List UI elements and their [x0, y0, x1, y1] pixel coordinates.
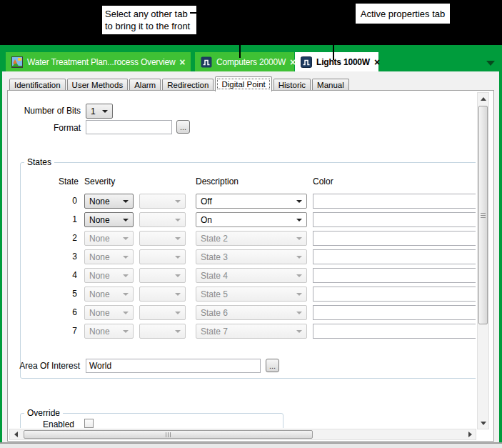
close-icon[interactable]: ×	[374, 57, 380, 67]
vertical-scrollbar[interactable]	[477, 92, 489, 429]
sub-severity-combobox	[139, 287, 186, 302]
tab-digital-point[interactable]: Digital Point	[215, 76, 271, 91]
scroll-up-button[interactable]	[478, 93, 488, 104]
color-input[interactable]	[313, 231, 476, 246]
document-tab-bar: Water Treatment Plan...rocess Overview ×…	[0, 45, 502, 71]
description-combobox[interactable]: Off	[196, 194, 307, 209]
description-combobox: State 3	[196, 249, 307, 264]
green-frame-left	[0, 71, 2, 442]
tab-manual[interactable]: Manual	[312, 79, 349, 90]
sub-severity-combobox	[139, 268, 186, 283]
format-input[interactable]	[86, 120, 172, 134]
chevron-down-icon	[175, 256, 181, 259]
enabled-label: Enabled	[22, 419, 74, 428]
sub-severity-combobox	[139, 231, 186, 246]
column-header-state: State	[54, 176, 79, 186]
area-of-interest-input[interactable]	[86, 359, 261, 373]
scroll-right-button[interactable]	[464, 429, 476, 439]
close-icon[interactable]: ×	[179, 57, 185, 67]
description-combobox: State 2	[196, 231, 307, 246]
state-number: 4	[54, 270, 77, 280]
color-input[interactable]	[313, 287, 476, 302]
description-combobox: State 5	[196, 287, 307, 302]
sub-severity-combobox	[139, 194, 186, 209]
callout-active-properties-tab: Active properties tab	[356, 4, 450, 24]
column-header-color: Color	[313, 176, 333, 186]
description-combobox[interactable]: On	[196, 212, 307, 227]
chevron-down-icon	[175, 312, 181, 314]
arrow-up-icon	[481, 97, 486, 101]
digital-point-page-content: Number of Bits 1 Format ... States State…	[8, 91, 476, 428]
color-input[interactable]	[313, 324, 476, 339]
tab-alarm[interactable]: Alarm	[129, 79, 161, 90]
chevron-down-icon	[296, 200, 302, 203]
callout-connector-line	[333, 24, 334, 60]
format-browse-button[interactable]: ...	[176, 120, 190, 134]
column-header-severity: Severity	[84, 176, 115, 186]
severity-combobox[interactable]: None	[84, 194, 134, 209]
description-combobox: State 6	[196, 305, 307, 320]
mimic-picture-icon	[11, 56, 23, 68]
chevron-down-icon	[123, 312, 129, 314]
chevron-down-icon	[123, 330, 129, 333]
tab-overflow-chevron-down-icon[interactable]	[486, 61, 495, 66]
state-number: 0	[54, 196, 77, 206]
state-number: 3	[54, 252, 77, 262]
horizontal-scrollbar-thumb[interactable]	[24, 430, 313, 439]
sub-severity-combobox	[139, 212, 186, 227]
severity-combobox[interactable]: None	[84, 212, 134, 227]
tab-user-methods[interactable]: User Methods	[67, 79, 129, 90]
severity-combobox: None	[84, 287, 134, 302]
enabled-checkbox[interactable]	[84, 419, 94, 428]
severity-combobox: None	[84, 268, 134, 283]
tab-identification[interactable]: Identification	[9, 79, 66, 90]
severity-combobox: None	[84, 249, 134, 264]
arrow-down-icon	[481, 422, 486, 425]
window-bottom-strip	[0, 444, 502, 448]
doc-tab-label: Lights 1000W	[316, 57, 370, 67]
color-input[interactable]	[313, 268, 476, 283]
color-input[interactable]	[313, 305, 476, 320]
scroll-down-button[interactable]	[478, 417, 488, 429]
severity-combobox: None	[84, 231, 134, 246]
chevron-down-icon	[175, 200, 181, 203]
severity-combobox: None	[84, 305, 134, 320]
doc-tab-lights-active[interactable]: Lights 1000W ×	[295, 52, 378, 71]
callout-connector-line	[239, 12, 241, 58]
format-label: Format	[8, 123, 81, 133]
tab-redirection[interactable]: Redirection	[162, 79, 214, 90]
chevron-down-icon	[123, 256, 129, 259]
severity-combobox: None	[84, 324, 134, 339]
vertical-scrollbar-thumb[interactable]	[478, 106, 488, 324]
chevron-down-icon	[123, 274, 129, 277]
color-input[interactable]	[313, 249, 476, 264]
color-input[interactable]	[313, 194, 476, 209]
digital-point-pulse-icon	[301, 56, 312, 68]
doc-tab-water-treatment[interactable]: Water Treatment Plan...rocess Overview ×	[6, 52, 191, 71]
chevron-down-icon	[123, 219, 129, 221]
digital-point-pulse-icon	[201, 56, 212, 68]
description-combobox: State 4	[196, 268, 307, 283]
chevron-down-icon	[296, 219, 302, 221]
color-input[interactable]	[313, 212, 476, 227]
chevron-down-icon	[123, 237, 129, 240]
horizontal-scrollbar[interactable]	[9, 429, 476, 440]
chevron-down-icon	[175, 293, 181, 296]
column-header-description: Description	[196, 176, 239, 186]
area-of-interest-browse-button[interactable]: ...	[266, 359, 279, 372]
chevron-down-icon	[175, 274, 181, 277]
chevron-down-icon	[296, 256, 302, 259]
chevron-down-icon	[296, 312, 302, 314]
chevron-down-icon	[296, 237, 302, 240]
tab-historic[interactable]: Historic	[273, 79, 311, 90]
number-of-bits-combobox[interactable]: 1	[86, 104, 113, 119]
chevron-down-icon	[296, 293, 302, 296]
doc-tab-computers[interactable]: Computers 2000W ×	[195, 52, 294, 71]
chevron-down-icon	[102, 110, 108, 113]
green-frame-right	[499, 71, 502, 442]
scroll-left-button[interactable]	[10, 429, 21, 439]
state-number: 5	[54, 289, 77, 299]
property-tab-strip: Identification User Methods Alarm Redire…	[9, 79, 349, 91]
sub-severity-combobox	[139, 305, 186, 320]
callout-select-other-tab: Select any other tab to bring it to the …	[102, 6, 196, 34]
